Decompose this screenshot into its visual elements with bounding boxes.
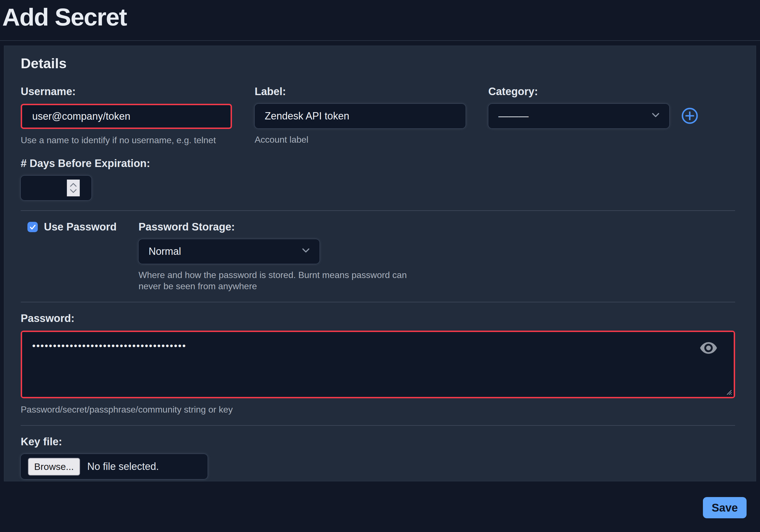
password-storage-helper: Where and how the password is stored. Bu… (138, 269, 421, 292)
number-spinner[interactable] (67, 180, 80, 196)
page-header: Add Secret (0, 0, 760, 41)
days-input[interactable] (21, 176, 91, 200)
divider (21, 210, 735, 211)
details-panel: Details Username: Use a name to identify… (4, 46, 756, 481)
save-button[interactable]: Save (703, 497, 746, 518)
password-storage-group: Password Storage: Normal Where and how t… (138, 221, 735, 292)
page-title: Add Secret (2, 3, 760, 31)
days-label: # Days Before Expiration: (21, 157, 735, 169)
use-password-checkbox[interactable] (27, 222, 38, 232)
username-label: Username: (21, 86, 232, 98)
password-helper: Password/secret/passphrase/community str… (21, 404, 735, 415)
chevron-down-icon (650, 109, 661, 123)
password-storage-select[interactable]: Normal (138, 239, 319, 264)
password-storage-label: Password Storage: (138, 221, 735, 233)
key-file-label: Key file: (21, 436, 735, 448)
label-label: Label: (255, 86, 466, 98)
use-password-label: Use Password (44, 221, 117, 233)
fields-row: Username: Use a name to identify if no u… (21, 86, 735, 146)
password-storage-selected-value: Normal (149, 245, 181, 257)
use-password-group: Use Password (21, 221, 138, 292)
label-field-group: Label: Account label (255, 86, 466, 146)
checkmark-icon (29, 223, 36, 231)
category-label: Category: (488, 86, 735, 98)
chevron-down-icon (300, 244, 312, 259)
section-title-details: Details (21, 55, 735, 71)
days-field-group: # Days Before Expiration: (21, 157, 735, 200)
category-field-group: Category: ——— (488, 86, 735, 146)
key-file-picker[interactable]: Browse... No file selected. (21, 454, 208, 479)
add-category-button[interactable] (681, 107, 699, 126)
use-password-checkbox-row[interactable]: Use Password (27, 221, 138, 233)
plus-circle-icon (681, 122, 699, 126)
label-helper: Account label (255, 134, 466, 145)
spinner-down-icon (70, 189, 77, 194)
eye-icon (699, 341, 718, 354)
password-highlight-border: ••••••••••••••••••••••••••••••••••••• (21, 331, 735, 398)
page-footer: Save (0, 481, 760, 532)
username-highlight-border (21, 104, 232, 129)
username-input[interactable] (22, 105, 231, 128)
password-field-group: Password: ••••••••••••••••••••••••••••••… (21, 312, 735, 415)
browse-button[interactable]: Browse... (28, 458, 80, 475)
divider (21, 302, 735, 302)
password-label: Password: (21, 312, 735, 325)
divider (21, 425, 735, 426)
label-input[interactable] (255, 104, 466, 128)
category-selected-value: ——— (499, 110, 529, 122)
category-select[interactable]: ——— (488, 104, 669, 128)
spinner-up-icon (70, 182, 77, 187)
password-options-row: Use Password Password Storage: Normal Wh… (21, 221, 735, 292)
resize-grip-icon[interactable] (724, 387, 732, 395)
username-helper: Use a name to identify if no username, e… (21, 135, 232, 146)
file-status-text: No file selected. (87, 461, 159, 472)
username-field-group: Username: Use a name to identify if no u… (21, 86, 232, 146)
password-textarea[interactable]: ••••••••••••••••••••••••••••••••••••• (22, 332, 734, 397)
key-file-group: Key file: Browse... No file selected. (21, 436, 735, 479)
reveal-password-button[interactable] (699, 341, 718, 354)
